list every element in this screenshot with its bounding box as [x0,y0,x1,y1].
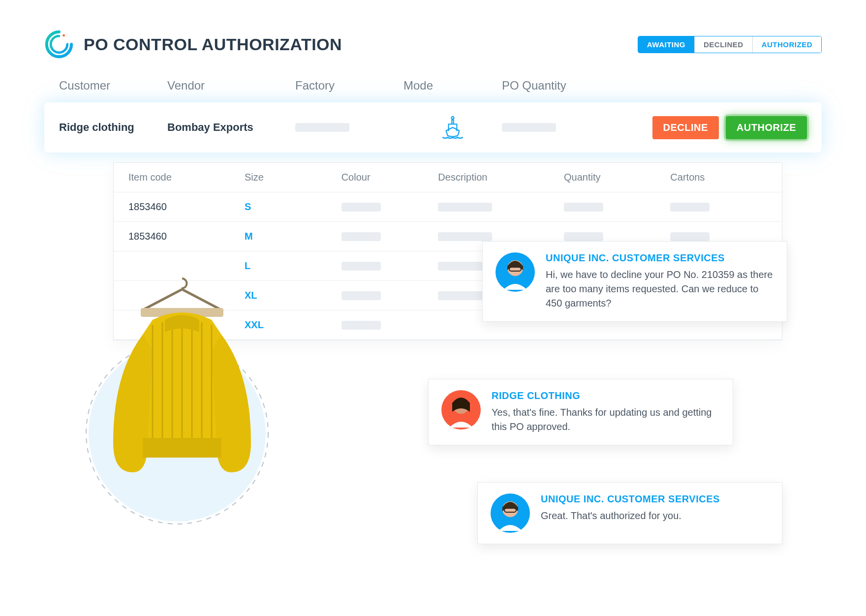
filter-awaiting[interactable]: AWAITING [638,36,695,53]
item-cart [670,203,767,212]
chat-message: UNIQUE INC. CUSTOMER SERVICES Hi, we hav… [482,241,787,322]
col-mode: Mode [403,79,502,92]
chat-message: UNIQUE INC. CUSTOMER SERVICES Great. Tha… [477,482,782,544]
th-description: Description [438,172,564,183]
filter-declined[interactable]: DECLINED [695,36,753,53]
th-quantity: Quantity [564,172,670,183]
item-desc [438,203,564,212]
chat-sender: RIDGE CLOTHING [492,390,720,401]
col-po-quantity: PO Quantity [502,79,600,92]
item-code: 1853460 [128,231,245,242]
avatar-icon [441,390,481,430]
item-colour [341,291,438,300]
chat-text: Yes, that's fine. Thanks for updating us… [492,405,720,434]
item-colour [341,203,438,212]
item-qty [564,232,670,241]
item-size: XXL [245,319,341,331]
header: PO CONTROL AUTHORIZATION AWAITING DECLIN… [44,30,822,59]
item-colour [341,232,438,241]
page-title: PO CONTROL AUTHORIZATION [84,35,342,54]
col-factory: Factory [295,79,403,92]
item-size: M [245,231,341,242]
dashed-circle-icon [84,339,271,526]
chat-message: RIDGE CLOTHING Yes, that's fine. Thanks … [428,379,733,445]
filter-authorized[interactable]: AUTHORIZED [753,36,821,53]
th-cartons: Cartons [670,172,767,183]
po-column-headers: Customer Vendor Factory Mode PO Quantity [44,79,822,102]
po-customer: Ridge clothing [59,121,167,134]
po-quantity [502,123,600,132]
decline-button[interactable]: DECLINE [652,116,719,139]
item-qty [564,203,670,212]
th-colour: Colour [341,172,438,183]
title-wrap: PO CONTROL AUTHORIZATION [44,30,342,59]
authorize-button[interactable]: AUTHORIZE [726,116,807,139]
po-factory [295,123,403,132]
chat-text: Hi, we have to decline your PO No. 21035… [546,268,774,310]
svg-rect-5 [143,438,221,458]
item-cart [670,232,767,241]
item-colour [341,262,438,271]
th-size: Size [245,172,341,183]
po-vendor: Bombay Exports [167,121,295,134]
item-size: XL [245,290,341,301]
chat-sender: UNIQUE INC. CUSTOMER SERVICES [541,493,720,505]
svg-point-2 [89,344,266,522]
th-item-code: Item code [128,172,245,183]
col-vendor: Vendor [167,79,295,92]
svg-point-3 [86,342,268,524]
item-table-head: Item code Size Colour Description Quanti… [114,163,782,192]
item-size: L [245,260,341,272]
item-colour [341,321,438,330]
avatar-icon [495,252,535,292]
table-row[interactable]: 1853460 S [114,192,782,222]
po-row[interactable]: Ridge clothing Bombay Exports DECLINE AU… [44,102,822,153]
app-logo-icon [44,30,74,59]
item-desc [438,232,564,241]
chat-sender: UNIQUE INC. CUSTOMER SERVICES [546,252,774,264]
chat-text: Great. That's authorized for you. [541,509,720,523]
item-size: S [245,201,341,213]
status-filter: AWAITING DECLINED AUTHORIZED [638,36,822,53]
svg-point-0 [62,34,65,37]
ship-mode-icon [403,114,502,141]
item-code: 1853460 [128,201,245,213]
avatar-icon [491,493,530,533]
col-customer: Customer [59,79,167,92]
svg-point-1 [451,117,454,119]
